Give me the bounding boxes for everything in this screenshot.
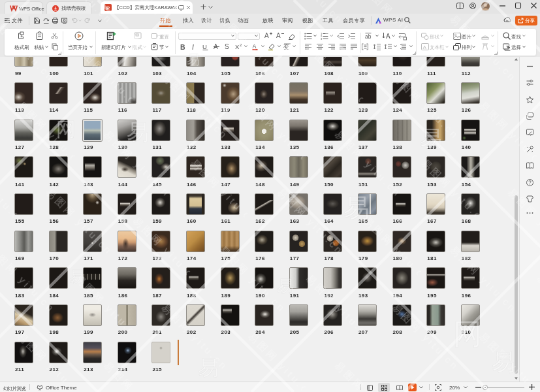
svg-text:A: A [386,33,390,40]
svg-text:A: A [253,43,257,50]
svg-text:2: 2 [240,43,242,47]
svg-text:A: A [264,32,269,39]
svg-text:P: P [106,5,110,11]
svg-text:B: B [180,43,185,51]
svg-text:3: 3 [321,37,323,41]
svg-text:S: S [225,43,229,50]
svg-text:I: I [192,43,194,51]
svg-text:U: U [202,43,207,50]
svg-text:A: A [423,44,427,50]
svg-text:X: X [235,43,240,50]
svg-text:A: A [276,32,281,39]
svg-text:变: 变 [283,44,289,50]
svg-text:ab: ab [365,33,372,40]
